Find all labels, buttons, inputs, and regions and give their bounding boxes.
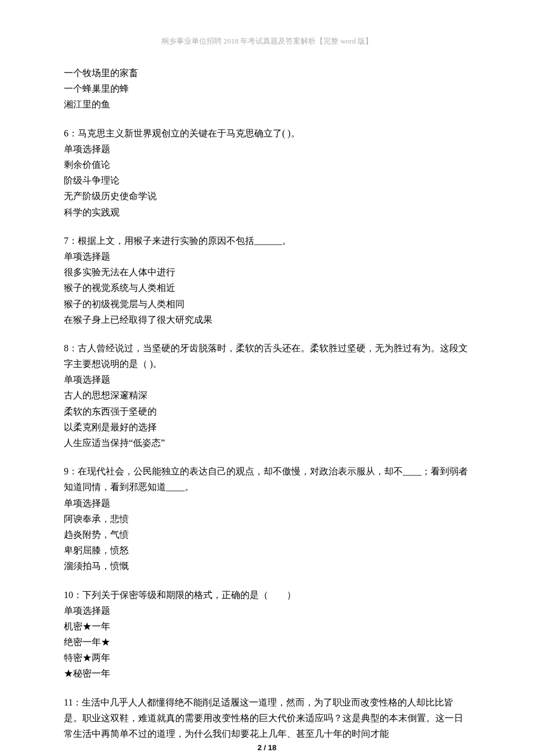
option: 人生应适当保持“低姿态” <box>64 435 470 451</box>
intro-block: 一个牧场里的家畜 一个蜂巢里的蜂 湘江里的鱼 <box>64 65 470 113</box>
option: 以柔克刚是最好的选择 <box>64 419 470 435</box>
option: 溜须拍马，愤慨 <box>64 558 470 574</box>
option: 卑躬屈膝，愤怒 <box>64 542 470 558</box>
question-block-7: 7：根据上文，用猴子来进行实验的原因不包括______。 单项选择题 很多实验无… <box>64 233 470 327</box>
option: 阶级斗争理论 <box>64 172 470 188</box>
question-type: 单项选择题 <box>64 603 470 618</box>
option: 趋炎附势，气愤 <box>64 527 470 542</box>
question-stem: 8：古人曾经说过，当坚硬的牙齿脱落时，柔软的舌头还在。柔软胜过坚硬，无为胜过有为… <box>64 340 470 372</box>
page-header: 桐乡事业单位招聘 2018 年考试真题及答案解析【完整 word 版】 <box>64 35 470 48</box>
option: 机密★一年 <box>64 618 470 634</box>
option: 柔软的东西强于坚硬的 <box>64 404 470 419</box>
option: 阿谀奉承，悲愤 <box>64 511 470 527</box>
question-type: 单项选择题 <box>64 495 470 511</box>
question-block-11: 11：生活中几乎人人都懂得绝不能削足适履这一道理，然而，为了职业而改变性格的人却… <box>64 694 470 742</box>
option: 很多实验无法在人体中进行 <box>64 264 470 280</box>
intro-line: 一个蜂巢里的蜂 <box>64 81 470 96</box>
option: 绝密一年★ <box>64 634 470 650</box>
question-stem: 10：下列关于保密等级和期限的格式，正确的是（ ） <box>64 587 470 603</box>
question-stem: 11：生活中几乎人人都懂得绝不能削足适履这一道理，然而，为了职业而改变性格的人却… <box>64 694 470 742</box>
question-block-10: 10：下列关于保密等级和期限的格式，正确的是（ ） 单项选择题 机密★一年 绝密… <box>64 587 470 682</box>
question-stem: 7：根据上文，用猴子来进行实验的原因不包括______。 <box>64 233 470 249</box>
option: 在猴子身上已经取得了很大研究成果 <box>64 312 470 327</box>
intro-line: 湘江里的鱼 <box>64 96 470 112</box>
page-footer: 2 / 18 <box>0 741 534 754</box>
option: ★秘密一年 <box>64 665 470 681</box>
question-block-6: 6：马克思主义新世界观创立的关键在于马克思确立了( )。 单项选择题 剩余价值论… <box>64 125 470 220</box>
option: 剩余价值论 <box>64 157 470 172</box>
option: 特密★两年 <box>64 650 470 665</box>
intro-line: 一个牧场里的家畜 <box>64 65 470 81</box>
question-type: 单项选择题 <box>64 141 470 157</box>
option: 猴子的初级视觉层与人类相同 <box>64 296 470 312</box>
option: 无产阶级历史使命学说 <box>64 188 470 204</box>
option: 科学的实践观 <box>64 204 470 220</box>
document-body: 一个牧场里的家畜 一个蜂巢里的蜂 湘江里的鱼 6：马克思主义新世界观创立的关键在… <box>64 65 470 741</box>
option: 古人的思想深邃精深 <box>64 387 470 403</box>
question-block-8: 8：古人曾经说过，当坚硬的牙齿脱落时，柔软的舌头还在。柔软胜过坚硬，无为胜过有为… <box>64 340 470 451</box>
option: 猴子的视觉系统与人类相近 <box>64 280 470 296</box>
question-stem: 6：马克思主义新世界观创立的关键在于马克思确立了( )。 <box>64 125 470 141</box>
question-block-9: 9：在现代社会，公民能独立的表达自己的观点，却不傲慢，对政治表示服从，却不___… <box>64 463 470 574</box>
question-stem: 9：在现代社会，公民能独立的表达自己的观点，却不傲慢，对政治表示服从，却不___… <box>64 463 470 495</box>
question-type: 单项选择题 <box>64 372 470 387</box>
question-type: 单项选择题 <box>64 249 470 264</box>
